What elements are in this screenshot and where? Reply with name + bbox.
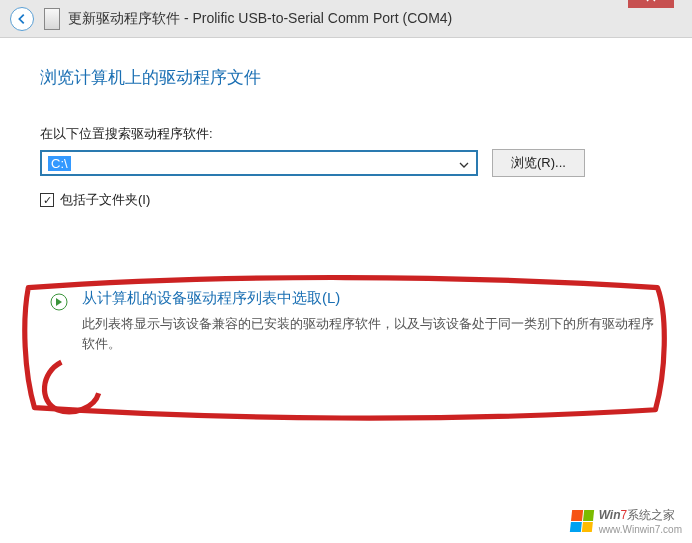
option-title: 从计算机的设备驱动程序列表中选取(L) bbox=[82, 289, 662, 308]
include-subfolders-label: 包括子文件夹(I) bbox=[60, 191, 150, 209]
window-title: 更新驱动程序软件 - Prolific USB-to-Serial Comm P… bbox=[68, 10, 452, 28]
search-location-label: 在以下位置搜索驱动程序软件: bbox=[40, 125, 652, 143]
include-subfolders-row[interactable]: ✓ 包括子文件夹(I) bbox=[40, 191, 652, 209]
device-icon bbox=[44, 8, 60, 30]
pick-from-list-option[interactable]: 从计算机的设备驱动程序列表中选取(L) 此列表将显示与该设备兼容的已安装的驱动程… bbox=[20, 269, 672, 384]
content-area: 浏览计算机上的驱动程序文件 在以下位置搜索驱动程序软件: C:\ 浏览(R)..… bbox=[0, 38, 692, 394]
back-button[interactable] bbox=[10, 7, 34, 31]
path-combobox[interactable]: C:\ bbox=[40, 150, 478, 176]
titlebar: 更新驱动程序软件 - Prolific USB-to-Serial Comm P… bbox=[0, 0, 692, 38]
page-heading: 浏览计算机上的驱动程序文件 bbox=[40, 66, 652, 89]
include-subfolders-checkbox[interactable]: ✓ bbox=[40, 193, 54, 207]
option-description: 此列表将显示与该设备兼容的已安装的驱动程序软件，以及与该设备处于同一类别下的所有… bbox=[82, 314, 662, 354]
watermark-text: Win7系统之家 www.Winwin7.com bbox=[599, 507, 682, 535]
watermark: Win7系统之家 www.Winwin7.com bbox=[571, 507, 682, 535]
close-button[interactable] bbox=[628, 0, 674, 8]
path-row: C:\ 浏览(R)... bbox=[40, 149, 652, 177]
browse-button[interactable]: 浏览(R)... bbox=[492, 149, 585, 177]
arrow-right-icon bbox=[50, 293, 68, 311]
chevron-down-icon bbox=[456, 156, 472, 171]
path-value: C:\ bbox=[48, 156, 71, 171]
windows-logo-icon bbox=[569, 510, 593, 532]
